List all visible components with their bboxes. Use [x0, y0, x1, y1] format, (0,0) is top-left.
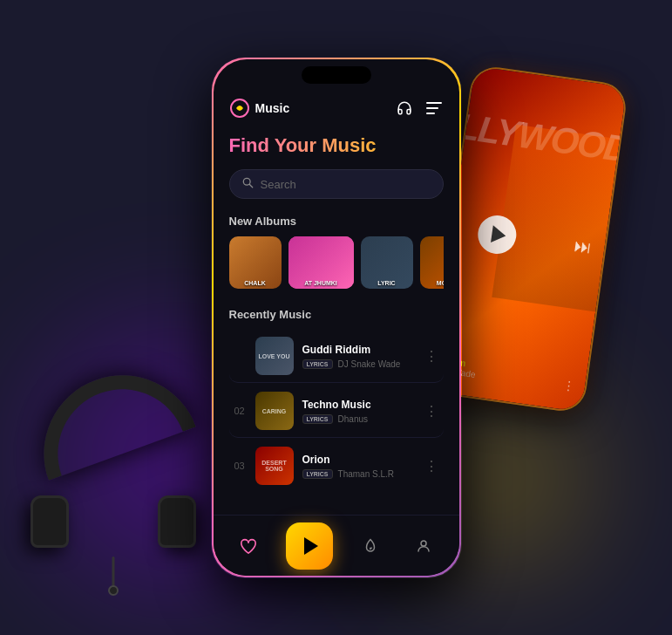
- thumb-text: LOVE YOU: [255, 337, 294, 375]
- song-title: Guddi Riddim: [302, 344, 414, 356]
- svg-rect-1: [426, 102, 442, 104]
- song-number: 02: [233, 406, 247, 416]
- search-bar[interactable]: Search: [229, 169, 444, 199]
- music-list: LOVE YOU Guddi Riddim LYRICS DJ Snake Wa…: [229, 330, 444, 492]
- album-card[interactable]: MOBN: [420, 236, 444, 289]
- album-card[interactable]: CHALK: [229, 236, 282, 289]
- list-item: LOVE YOU Guddi Riddim LYRICS DJ Snake Wa…: [229, 330, 444, 383]
- menu-icon[interactable]: [424, 99, 444, 118]
- song-meta: LYRICS DJ Snake Wade: [302, 359, 414, 369]
- heart-nav-button[interactable]: [233, 530, 264, 562]
- song-thumbnail: CARING: [255, 392, 294, 430]
- song-options-button[interactable]: ⋮: [423, 458, 440, 475]
- album-card[interactable]: AT JHUMKI: [288, 236, 354, 289]
- bottom-nav: [214, 515, 459, 576]
- play-icon: [304, 537, 318, 555]
- album-label: CHALK: [244, 280, 266, 286]
- list-item: 02 CARING Techno Music LYRICS Dhanus ⋮: [229, 385, 444, 438]
- song-info: Guddi Riddim LYRICS DJ Snake Wade: [302, 344, 414, 369]
- svg-rect-3: [426, 113, 435, 114]
- svg-point-5: [421, 541, 426, 546]
- list-item: 03 DESERT SONG Orion LYRICS Thaman S.L.R…: [229, 440, 444, 492]
- song-thumbnail: LOVE YOU: [255, 337, 294, 375]
- song-info: Orion LYRICS Thaman S.L.R: [302, 454, 414, 479]
- app-logo: Music: [229, 98, 290, 119]
- song-options-button[interactable]: ⋮: [423, 348, 440, 365]
- album-label: AT JHUMKI: [304, 280, 337, 286]
- album-label: MOBN: [437, 280, 444, 286]
- song-meta: LYRICS Thaman S.L.R: [302, 469, 414, 479]
- lyrics-badge: LYRICS: [302, 414, 333, 424]
- song-info: Techno Music LYRICS Dhanus: [302, 399, 414, 424]
- headphone-icon[interactable]: [395, 99, 414, 118]
- app-name-label: Music: [255, 101, 290, 115]
- song-options-button[interactable]: ⋮: [423, 403, 440, 420]
- secondary-menu-dots[interactable]: ⋮: [562, 378, 577, 393]
- song-thumbnail: DESERT SONG: [255, 447, 294, 485]
- song-artist: DJ Snake Wade: [338, 359, 401, 369]
- recently-music-header: Recently Music: [229, 308, 444, 321]
- song-artist: Thaman S.L.R: [338, 469, 394, 479]
- fire-nav-button[interactable]: [355, 530, 386, 562]
- search-placeholder[interactable]: Search: [261, 178, 431, 191]
- thumb-text: DESERT SONG: [255, 447, 294, 485]
- thumb-text: CARING: [255, 392, 294, 430]
- profile-nav-button[interactable]: [408, 530, 439, 562]
- headphones-decoration: [17, 373, 209, 565]
- search-icon: [242, 177, 254, 191]
- page-title: Find Your Music: [229, 134, 444, 157]
- main-content: Find Your Music Search New Albums: [214, 126, 459, 546]
- top-nav: Music: [214, 94, 459, 126]
- song-number: 03: [233, 461, 247, 471]
- lyrics-badge: LYRICS: [302, 469, 333, 479]
- new-albums-header: New Albums: [229, 215, 444, 228]
- song-artist: Dhanus: [338, 414, 368, 424]
- svg-rect-2: [426, 107, 438, 109]
- nav-icons: [395, 99, 444, 118]
- play-button[interactable]: [286, 522, 333, 570]
- logo-icon: [229, 98, 250, 119]
- album-label: LYRIC: [377, 280, 395, 286]
- secondary-forward-icon[interactable]: ⏭: [572, 236, 592, 258]
- albums-row: CHALK AT JHUMKI LYRIC: [229, 236, 444, 292]
- song-title: Techno Music: [302, 399, 414, 411]
- album-card[interactable]: LYRIC: [361, 236, 413, 289]
- status-bar: [214, 59, 459, 94]
- svg-point-4: [243, 178, 250, 185]
- lyrics-badge: LYRICS: [302, 359, 333, 369]
- song-title: Orion: [302, 454, 414, 466]
- song-meta: LYRICS Dhanus: [302, 414, 414, 424]
- main-phone: Music: [210, 56, 463, 579]
- notch: [302, 66, 371, 84]
